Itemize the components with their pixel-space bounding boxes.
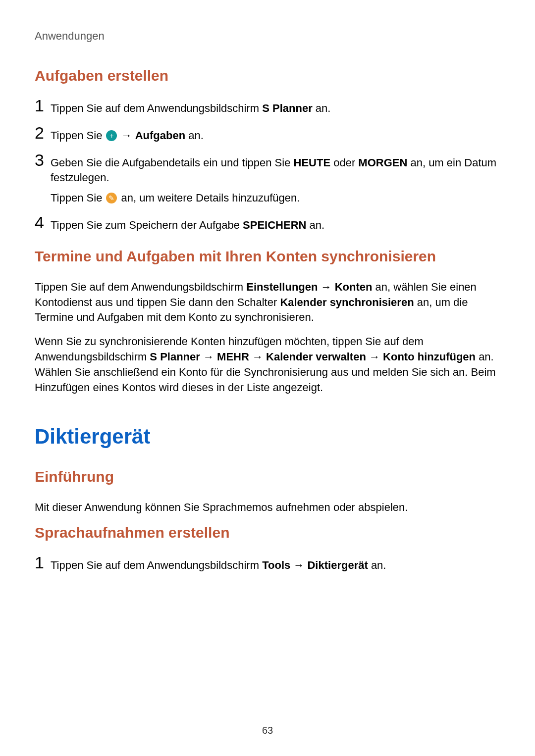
manual-page: Anwendungen Aufgaben erstellen 1 Tippen … [0,0,535,756]
page-number: 63 [0,725,535,736]
section-heading-termine-sync: Termine und Aufgaben mit Ihren Konten sy… [35,248,500,265]
step-text: Geben Sie die Aufgabendetails ein und ti… [51,153,500,206]
text: → [200,351,217,363]
bold-label: MEHR [217,351,249,363]
chapter-heading-diktiergeraet: Diktiergerät [35,425,500,449]
text: an. [313,102,331,114]
step-number: 4 [35,214,51,231]
bold-label: S Planner [262,102,312,114]
step-number: 2 [35,124,51,141]
text: → [318,281,334,293]
bold-label: Kalender synchronisieren [280,296,414,308]
bold-label: Aufgaben [135,129,185,142]
step-4: 4 Tippen Sie zum Speichern der Aufgabe S… [35,216,500,233]
bold-label: MORGEN [358,156,407,169]
section-heading-einfuehrung: Einführung [35,468,500,485]
paragraph: Mit dieser Anwendung können Sie Sprachme… [35,500,500,515]
bold-label: Konten [335,281,373,293]
text: → [118,129,135,142]
paragraph: Tippen Sie auf dem Anwendungsbildschirm … [35,280,500,325]
step-number: 1 [35,97,51,114]
step-3: 3 Geben Sie die Aufgabendetails ein und … [35,153,500,206]
bold-label: SPEICHERN [243,219,306,231]
step-1: 1 Tippen Sie auf dem Anwendungsbildschir… [35,99,500,116]
text: Tippen Sie auf dem Anwendungsbildschirm [51,559,262,571]
step-number: 3 [35,151,51,168]
text: → [249,351,266,363]
bold-label: Diktiergerät [307,559,368,571]
bold-label: HEUTE [294,156,331,169]
breadcrumb: Anwendungen [35,30,500,43]
bold-label: Konto hinzufügen [383,351,476,363]
text: an, um weitere Details hinzuzufügen. [118,192,300,204]
step-text: Tippen Sie + → Aufgaben an. [51,126,204,144]
text: → [366,351,383,363]
plus-icon: + [106,130,117,141]
step-text: Tippen Sie auf dem Anwendungsbildschirm … [51,556,386,573]
step-text: Tippen Sie auf dem Anwendungsbildschirm … [51,99,330,116]
paragraph: Wenn Sie zu synchronisierende Konten hin… [35,334,500,395]
text: Tippen Sie auf dem Anwendungsbildschirm [35,281,246,293]
step-number: 1 [35,554,51,571]
step-subtext: Tippen Sie ✎ an, um weitere Details hinz… [51,191,500,206]
steps-list-sprachaufnahmen: 1 Tippen Sie auf dem Anwendungsbildschir… [35,556,500,573]
step-text: Tippen Sie zum Speichern der Aufgabe SPE… [51,216,324,233]
text: Tippen Sie auf dem Anwendungsbildschirm [51,102,262,114]
text: an. [306,219,324,231]
bold-label: S Planner [150,351,200,363]
step-2: 2 Tippen Sie + → Aufgaben an. [35,126,500,144]
text: Tippen Sie zum Speichern der Aufgabe [51,219,243,231]
text: an. [368,559,386,571]
bold-label: Kalender verwalten [266,351,366,363]
steps-list-aufgaben: 1 Tippen Sie auf dem Anwendungsbildschir… [35,99,500,233]
text: Tippen Sie [51,129,105,142]
text: → [290,559,307,571]
section-heading-aufgaben-erstellen: Aufgaben erstellen [35,67,500,84]
text: Geben Sie die Aufgabendetails ein und ti… [51,156,294,169]
step-1: 1 Tippen Sie auf dem Anwendungsbildschir… [35,556,500,573]
text: Tippen Sie [51,192,105,204]
section-heading-sprachaufnahmen: Sprachaufnahmen erstellen [35,524,500,541]
bold-label: Einstellungen [246,281,318,293]
bold-label: Tools [262,559,290,571]
text: oder [330,156,358,169]
expand-icon: ✎ [106,193,117,203]
text: an. [185,129,204,142]
